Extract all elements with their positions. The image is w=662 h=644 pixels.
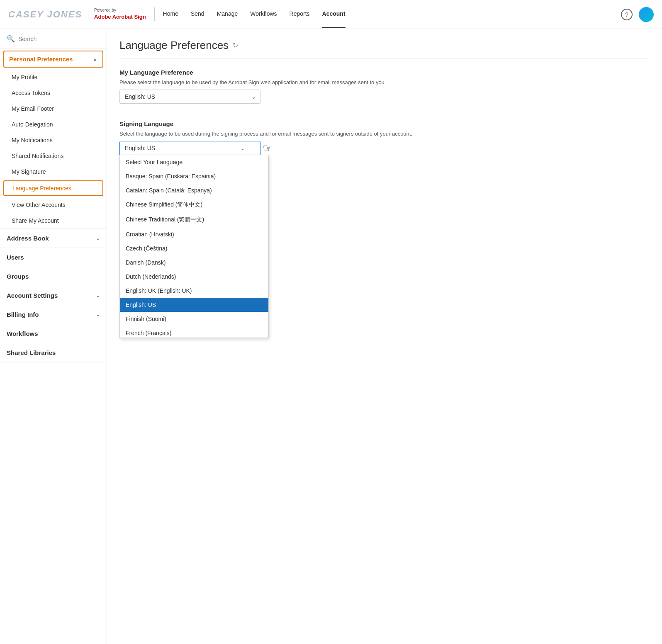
sidebar-section-shared-libraries: Shared Libraries: [0, 343, 107, 362]
sidebar-section-header-personal[interactable]: Personal Preferences ▲: [3, 51, 103, 68]
sidebar-section-header-address-book[interactable]: Address Book ⌄: [0, 229, 107, 248]
layout: 🔍 Personal Preferences ▲ My Profile Acce…: [0, 29, 662, 644]
sidebar-section-workflows: Workflows: [0, 324, 107, 343]
nav-reports[interactable]: Reports: [290, 0, 310, 28]
my-language-select[interactable]: English: US French (Français) German (De…: [119, 90, 260, 104]
chevron-down-icon-2: ⌄: [96, 293, 100, 299]
nav-account[interactable]: Account: [322, 0, 346, 28]
signing-language-list-container: Select Your Language Basque: Spain (Eusk…: [119, 155, 269, 338]
logo: CASEY JONES: [8, 9, 82, 20]
lang-option-chinese-simplified[interactable]: Chinese Simplified (简体中文): [120, 197, 268, 212]
chevron-down-icon: ⌄: [96, 236, 100, 241]
signing-language-trigger[interactable]: English: US ⌄: [119, 141, 260, 155]
my-language-section: My Language Preference Please select the…: [119, 69, 650, 116]
refresh-icon[interactable]: ↻: [233, 41, 238, 49]
sidebar-item-shared-notifications[interactable]: Shared Notifications: [0, 148, 107, 164]
sidebar-section-header-users[interactable]: Users: [0, 248, 107, 267]
my-language-title: My Language Preference: [119, 69, 650, 76]
chevron-down-icon-3: ⌄: [96, 312, 100, 318]
signing-language-desc: Select the language to be used during th…: [119, 131, 650, 137]
nav-home[interactable]: Home: [163, 0, 178, 28]
search-box: 🔍: [0, 29, 107, 49]
sidebar-section-header-groups[interactable]: Groups: [0, 267, 107, 286]
page-title-row: Language Preferences ↻: [119, 39, 650, 59]
sidebar-section-address-book: Address Book ⌄: [0, 229, 107, 248]
sidebar-item-view-other-accounts[interactable]: View Other Accounts: [0, 197, 107, 213]
cursor-hand-icon: ☞: [263, 141, 273, 155]
sidebar-section-billing-info: Billing Info ⌄: [0, 305, 107, 324]
lang-option-english-us[interactable]: English: US: [120, 298, 268, 312]
lang-option-french[interactable]: French (Français): [120, 326, 268, 338]
sidebar-item-language-preferences[interactable]: Language Preferences: [3, 180, 103, 196]
signing-language-section: Signing Language Select the language to …: [119, 120, 650, 155]
sidebar-item-access-tokens[interactable]: Access Tokens: [0, 85, 107, 101]
header: CASEY JONES Powered by Adobe Acrobat Sig…: [0, 0, 662, 29]
lang-option-croatian[interactable]: Croatian (Hrvatski): [120, 227, 268, 241]
sidebar-section-groups: Groups: [0, 267, 107, 286]
sidebar-section-account-settings: Account Settings ⌄: [0, 286, 107, 305]
my-language-dropdown-wrapper: English: US French (Français) German (De…: [119, 90, 260, 104]
signing-language-current-value: English: US: [125, 145, 155, 151]
search-input[interactable]: [18, 36, 100, 42]
page-title: Language Preferences: [119, 39, 229, 52]
sidebar-item-my-signature[interactable]: My Signature: [0, 164, 107, 180]
sidebar-section-header-shared-libraries[interactable]: Shared Libraries: [0, 343, 107, 362]
sidebar-section-personal: Personal Preferences ▲ My Profile Access…: [0, 51, 107, 229]
my-language-desc: Please select the language to be used by…: [119, 79, 650, 85]
nav-workflows[interactable]: Workflows: [250, 0, 277, 28]
lang-option-danish[interactable]: Danish (Dansk): [120, 255, 268, 270]
powered-by: Powered by Adobe Acrobat Sign: [94, 7, 146, 21]
search-icon: 🔍: [7, 35, 15, 43]
lang-option-finnish[interactable]: Finnish (Suomi): [120, 312, 268, 326]
signing-language-list: Select Your Language Basque: Spain (Eusk…: [120, 155, 268, 338]
lang-option-select[interactable]: Select Your Language: [120, 155, 268, 169]
main-content: Language Preferences ↻ My Language Prefe…: [107, 29, 662, 644]
sidebar: 🔍 Personal Preferences ▲ My Profile Acce…: [0, 29, 107, 644]
sidebar-section-users: Users: [0, 248, 107, 267]
lang-option-english-uk[interactable]: English: UK (English: UK): [120, 284, 268, 298]
lang-option-basque[interactable]: Basque: Spain (Euskara: Espainia): [120, 169, 268, 183]
sidebar-item-my-profile[interactable]: My Profile: [0, 69, 107, 85]
header-right: ?: [621, 7, 654, 22]
sidebar-section-header-account-settings[interactable]: Account Settings ⌄: [0, 286, 107, 305]
logo-area: CASEY JONES Powered by Adobe Acrobat Sig…: [8, 7, 155, 21]
chevron-up-icon: ▲: [92, 56, 97, 62]
help-icon[interactable]: ?: [621, 9, 633, 20]
sidebar-item-share-my-account[interactable]: Share My Account: [0, 213, 107, 228]
avatar[interactable]: [639, 7, 654, 22]
nav-send[interactable]: Send: [191, 0, 204, 28]
lang-option-catalan[interactable]: Catalan: Spain (Català: Espanya): [120, 183, 268, 197]
lang-option-dutch[interactable]: Dutch (Nederlands): [120, 270, 268, 284]
signing-language-dropdown-open: English: US ⌄ ☞ Select Your Language Bas…: [119, 141, 260, 155]
lang-option-chinese-traditional[interactable]: Chinese Traditional (繁體中文): [120, 212, 268, 227]
sidebar-section-header-billing-info[interactable]: Billing Info ⌄: [0, 305, 107, 324]
nav-manage[interactable]: Manage: [217, 0, 238, 28]
signing-language-title: Signing Language: [119, 120, 650, 127]
sidebar-item-my-notifications[interactable]: My Notifications: [0, 132, 107, 148]
signing-dropdown-chevron-icon: ⌄: [240, 145, 245, 151]
sidebar-item-auto-delegation[interactable]: Auto Delegation: [0, 117, 107, 132]
sidebar-section-header-workflows[interactable]: Workflows: [0, 324, 107, 343]
nav-links: Home Send Manage Workflows Reports Accou…: [163, 0, 621, 28]
lang-option-czech[interactable]: Czech (Čeština): [120, 241, 268, 255]
sidebar-item-my-email-footer[interactable]: My Email Footer: [0, 101, 107, 117]
